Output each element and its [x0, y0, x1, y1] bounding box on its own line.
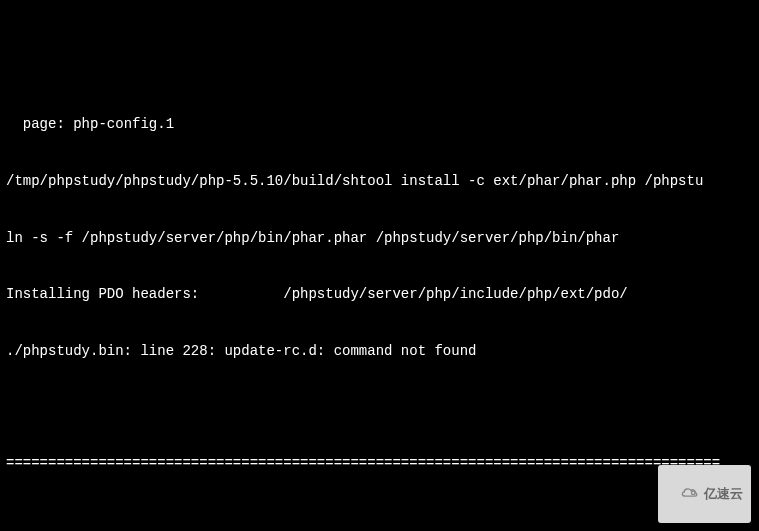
blank-line — [6, 399, 753, 417]
output-line: /tmp/phpstudy/phpstudy/php-5.5.10/build/… — [6, 172, 753, 191]
output-line: Installing PDO headers: /phpstudy/server… — [6, 285, 753, 304]
cloud-icon — [666, 467, 700, 521]
separator-line: ========================================… — [6, 454, 753, 473]
svg-point-0 — [692, 491, 696, 495]
output-line: ./phpstudy.bin: line 228: update-rc.d: c… — [6, 342, 753, 361]
watermark-text: 亿速云 — [704, 485, 743, 503]
terminal-output: page: php-config.1 /tmp/phpstudy/phpstud… — [6, 78, 753, 531]
output-line: ln -s -f /phpstudy/server/php/bin/phar.p… — [6, 229, 753, 248]
output-line: page: php-config.1 — [6, 115, 753, 134]
watermark: 亿速云 — [658, 465, 751, 523]
blank-line — [6, 511, 753, 529]
